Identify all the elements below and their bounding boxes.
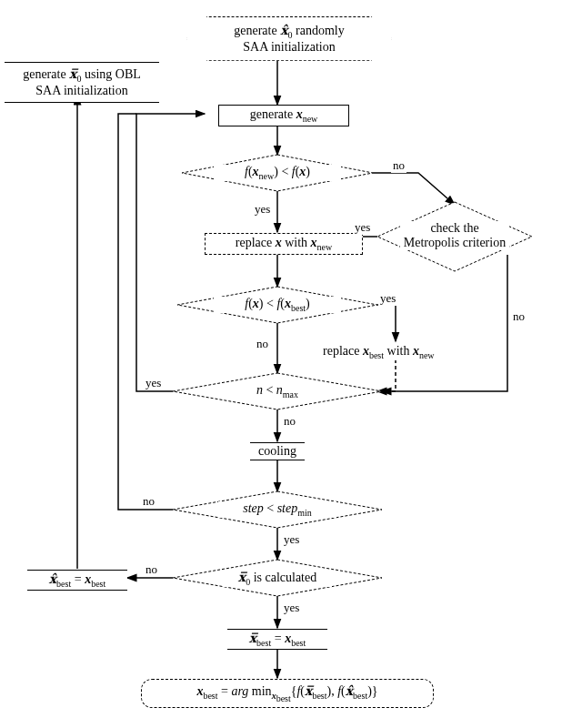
- gen-xnew-label: generate xnew: [250, 107, 318, 121]
- start-label: generate x̂0 randomlySAA initialization: [234, 24, 344, 54]
- node-replace-best: replace xbest with xnew: [323, 344, 487, 360]
- lbl-no-b: no: [255, 337, 270, 351]
- lbl-yes-s: yes: [282, 532, 301, 547]
- node-start: generate x̂0 randomlySAA initialization: [186, 16, 392, 61]
- lbl-yes-1: yes: [253, 202, 272, 217]
- lbl-yes-m: yes: [353, 220, 372, 235]
- replace-x-label: replace x with xnew: [236, 236, 332, 249]
- node-bar-eq: x̅best = xbest: [227, 629, 327, 650]
- replace-best-label: replace xbest with xnew: [323, 344, 435, 358]
- cmp-fnew-label: f(xnew) < f(x): [245, 165, 310, 178]
- calc-xbar-label: x̅0 is calculated: [238, 571, 316, 584]
- lbl-yes-c: yes: [282, 601, 301, 615]
- lbl-no-c: no: [144, 562, 159, 577]
- lbl-no-m: no: [511, 309, 527, 324]
- node-cooling: cooling: [250, 442, 305, 460]
- hat-eq-label: x̂best = xbest: [49, 572, 105, 586]
- final-label: xbest = arg minxbest{f(x̅best), f(x̂best…: [196, 684, 377, 698]
- node-cmp-step: step < stepmin: [218, 501, 336, 518]
- node-calc-xbar: x̅0 is calculated: [223, 570, 332, 587]
- metro-label: check theMetropolis criterion: [404, 221, 506, 249]
- lbl-no-n: no: [282, 414, 297, 429]
- lbl-yes-n: yes: [144, 376, 163, 390]
- cooling-label: cooling: [258, 444, 296, 458]
- node-final: xbest = arg minxbest{f(x̅best), f(x̂best…: [141, 679, 434, 708]
- obl-label: generate x̅0 using OBLSAA initialization: [23, 67, 141, 97]
- node-cmp-fnew: f(xnew) < f(x): [214, 165, 341, 181]
- node-cmp-fbest: f(x) < f(xbest): [214, 297, 341, 313]
- node-cmp-n: n < nmax: [236, 383, 318, 399]
- node-obl: generate x̅0 using OBLSAA initialization: [5, 62, 159, 103]
- cmp-step-label: step < stepmin: [243, 501, 312, 515]
- cmp-n-label: n < nmax: [256, 383, 298, 397]
- bar-eq-label: x̅best = xbest: [249, 632, 306, 645]
- node-replace-x: replace x with xnew: [205, 233, 363, 255]
- lbl-no-s: no: [141, 494, 156, 509]
- lbl-no-1: no: [391, 158, 406, 173]
- node-hat-eq: x̂best = xbest: [27, 570, 127, 591]
- lbl-yes-b: yes: [378, 291, 397, 306]
- node-metro: check theMetropolis criterion: [400, 221, 509, 250]
- cmp-fbest-label: f(x) < f(xbest): [245, 297, 309, 310]
- node-gen-xnew: generate xnew: [218, 105, 349, 126]
